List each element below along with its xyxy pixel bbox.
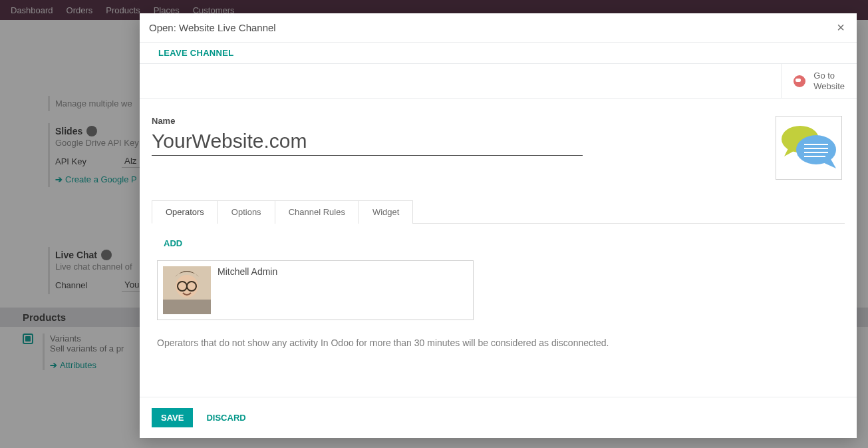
go-to-website-button[interactable]: Go to Website: [781, 64, 857, 98]
tab-options[interactable]: Options: [217, 200, 275, 224]
modal-title: Open: Website Live Channel: [149, 22, 276, 33]
tab-channel-rules[interactable]: Channel Rules: [275, 200, 359, 224]
operator-card[interactable]: Mitchell Admin: [157, 260, 474, 320]
discard-button[interactable]: DISCARD: [206, 413, 245, 423]
operators-helper-text: Operators that do not show any activity …: [157, 337, 839, 348]
channel-image[interactable]: [776, 116, 842, 180]
chat-bubbles-icon: [780, 120, 837, 175]
add-operator-button[interactable]: ADD: [164, 238, 182, 248]
modal-header: Open: Website Live Channel ×: [140, 13, 857, 43]
go-website-bar: Go to Website: [140, 64, 857, 99]
operator-name: Mitchell Admin: [217, 266, 277, 277]
modal-footer: SAVE DISCARD: [140, 397, 857, 438]
tabs: Operators Options Channel Rules Widget: [152, 200, 845, 224]
globe-icon: [794, 75, 805, 87]
name-input[interactable]: [152, 130, 583, 156]
tab-operators[interactable]: Operators: [152, 200, 218, 224]
close-icon[interactable]: ×: [834, 20, 847, 35]
name-label: Name: [152, 116, 749, 126]
go-website-line1: Go to: [813, 71, 845, 81]
svg-rect-7: [163, 300, 211, 314]
save-button[interactable]: SAVE: [152, 408, 193, 427]
leave-channel-button[interactable]: LEAVE CHANNEL: [158, 48, 233, 58]
modal-open-website-live-channel: Open: Website Live Channel × LEAVE CHANN…: [140, 13, 857, 438]
leave-bar: LEAVE CHANNEL: [140, 43, 857, 64]
go-website-line2: Website: [813, 81, 845, 92]
operator-avatar: [163, 266, 211, 314]
tab-widget[interactable]: Widget: [359, 200, 413, 224]
